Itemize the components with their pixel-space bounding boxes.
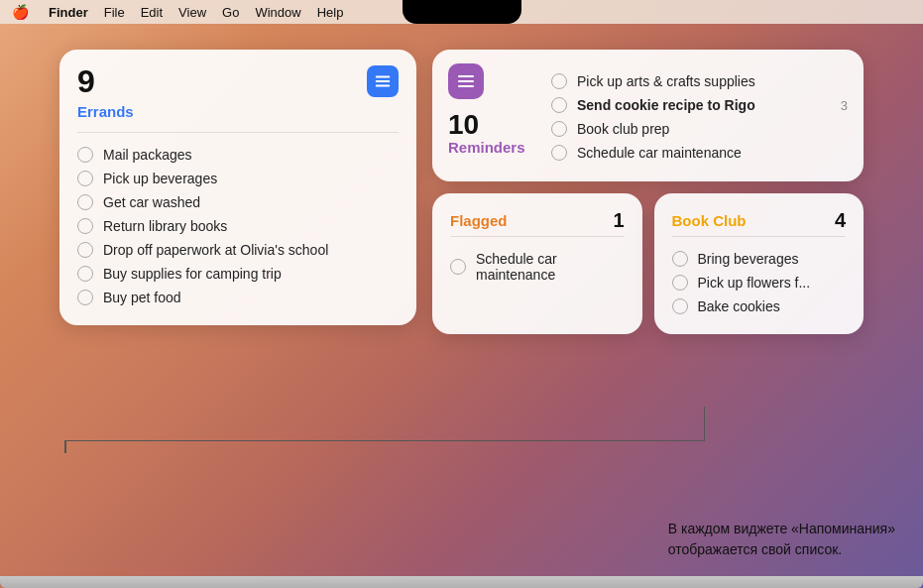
errands-title: Errands	[77, 103, 399, 120]
task-label-bold: Send cookie recipe to Rigo	[577, 97, 755, 113]
reminders-title: Reminders	[448, 139, 525, 156]
task-item: Bake cookies	[672, 294, 847, 318]
task-circle	[672, 251, 688, 267]
svg-rect-4	[458, 80, 474, 82]
task-item: Drop off paperwork at Olivia's school	[77, 238, 399, 262]
task-circle	[450, 259, 466, 275]
bookclub-widget: Book Club 4 Bring beverages Pick up flow…	[654, 193, 865, 334]
annotation-text: В каждом виджете «Напоминания»отображает…	[668, 521, 895, 557]
right-column: 10 Reminders Pick up arts & crafts suppl…	[432, 50, 864, 334]
errands-divider	[77, 132, 399, 133]
bookclub-header: Book Club 4	[672, 209, 847, 232]
task-item: Schedule car maintenance	[551, 141, 848, 165]
svg-rect-0	[376, 76, 390, 78]
reminders-icon	[448, 63, 484, 99]
task-circle	[551, 145, 567, 161]
task-circle	[77, 194, 93, 210]
menubar-view[interactable]: View	[171, 5, 214, 20]
task-circle	[77, 290, 93, 305]
errands-widget: 9 Errands Mail packages Pick up beverage…	[59, 50, 416, 325]
task-circle	[551, 97, 567, 113]
task-label: Book club prep	[577, 121, 669, 137]
svg-rect-2	[376, 85, 390, 87]
task-item: Pick up arts & crafts supplies	[551, 69, 848, 93]
bottom-widgets-row: Flagged 1 Schedule car maintenance Book …	[432, 193, 864, 334]
task-item: Send cookie recipe to Rigo 3	[551, 93, 848, 117]
flagged-divider	[450, 236, 625, 237]
task-circle	[551, 121, 567, 137]
errands-count: 9	[77, 65, 95, 97]
task-label: Bake cookies	[698, 298, 780, 314]
flagged-count: 1	[613, 209, 624, 232]
annotation-left-tick	[64, 441, 66, 453]
task-item: Mail packages	[77, 143, 399, 167]
task-badge: 3	[841, 98, 848, 113]
task-circle	[672, 298, 688, 314]
task-label: Pick up beverages	[103, 171, 217, 186]
widgets-area: 9 Errands Mail packages Pick up beverage…	[59, 50, 864, 334]
task-item: Pick up flowers f...	[672, 271, 847, 294]
reminders-widget: 10 Reminders Pick up arts & crafts suppl…	[432, 50, 864, 181]
task-label: Schedule car maintenance	[577, 145, 742, 161]
svg-rect-3	[458, 75, 474, 77]
task-circle	[77, 171, 93, 186]
menubar-finder[interactable]: Finder	[41, 5, 96, 20]
errands-header: 9	[77, 65, 399, 97]
reminders-list-icon	[456, 71, 476, 91]
flagged-header: Flagged 1	[450, 209, 625, 232]
task-item: Pick up beverages	[77, 167, 399, 190]
task-label: Buy supplies for camping trip	[103, 266, 282, 282]
task-circle	[672, 275, 688, 291]
annotation-text-box: В каждом виджете «Напоминания»отображает…	[668, 519, 895, 560]
task-circle	[551, 73, 567, 89]
task-item: Get car washed	[77, 190, 399, 214]
bookclub-count: 4	[835, 209, 846, 232]
camera-notch	[403, 0, 521, 24]
task-label: Mail packages	[103, 147, 192, 163]
menubar-edit[interactable]: Edit	[133, 5, 171, 20]
reminders-tasks: Pick up arts & crafts supplies Send cook…	[551, 63, 848, 165]
list-icon	[374, 72, 392, 90]
task-circle	[77, 147, 93, 163]
task-item: Return library books	[77, 214, 399, 238]
task-label: Get car washed	[103, 194, 200, 210]
errands-list-icon[interactable]	[367, 65, 399, 97]
laptop-bottom-bezel	[0, 576, 923, 588]
task-label: Bring beverages	[698, 251, 799, 267]
annotation-vertical-line	[704, 407, 706, 441]
task-circle	[77, 266, 93, 282]
apple-menu[interactable]: 🍎	[12, 4, 29, 20]
task-item: Bring beverages	[672, 247, 847, 271]
task-circle	[77, 242, 93, 258]
menubar-help[interactable]: Help	[309, 5, 352, 20]
menubar-go[interactable]: Go	[214, 5, 247, 20]
task-label: Schedule car maintenance	[476, 251, 625, 283]
task-label: Buy pet food	[103, 290, 181, 305]
svg-rect-5	[458, 85, 474, 87]
svg-rect-1	[376, 80, 390, 82]
task-item: Book club prep	[551, 117, 848, 141]
annotation-horizontal-line	[64, 440, 705, 442]
flagged-widget: Flagged 1 Schedule car maintenance	[432, 193, 642, 334]
flagged-title: Flagged	[450, 212, 508, 229]
task-item: Buy supplies for camping trip	[77, 262, 399, 286]
task-item: Buy pet food	[77, 286, 399, 309]
menubar-file[interactable]: File	[96, 5, 133, 20]
task-label: Drop off paperwork at Olivia's school	[103, 242, 328, 258]
bookclub-title: Book Club	[672, 212, 747, 229]
reminders-count: 10	[448, 111, 479, 139]
task-label: Pick up flowers f...	[698, 275, 811, 291]
menubar-window[interactable]: Window	[247, 5, 308, 20]
task-label: Pick up arts & crafts supplies	[577, 73, 755, 89]
task-circle	[77, 218, 93, 234]
task-label: Return library books	[103, 218, 227, 234]
bookclub-divider	[672, 236, 847, 237]
task-item: Schedule car maintenance	[450, 247, 625, 287]
